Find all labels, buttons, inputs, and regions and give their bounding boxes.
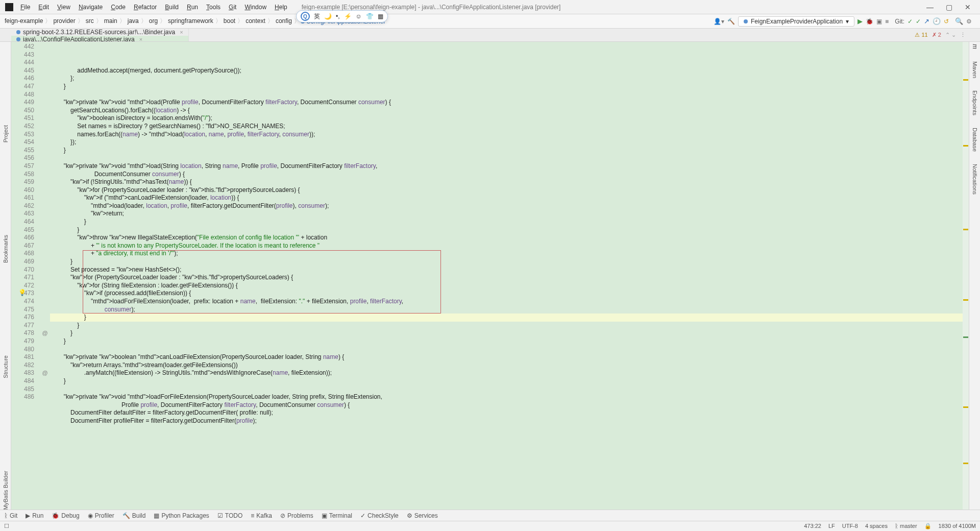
line-ending[interactable]: LF (828, 523, 835, 529)
menu-window[interactable]: Window (240, 4, 271, 11)
toolwindow-endpoints[interactable]: Endpoints (972, 90, 978, 115)
error-stripe[interactable] (963, 42, 969, 510)
git-update-icon[interactable]: ✓ (908, 18, 913, 25)
ime-dots-icon[interactable]: •, (336, 13, 340, 20)
settings-icon[interactable]: ⚙ (966, 18, 972, 25)
toolwindow-structure[interactable]: Structure (3, 351, 9, 378)
toolwindow-todo[interactable]: ☑ TODO (217, 512, 242, 519)
search-everywhere-icon[interactable]: 🔍 (955, 17, 963, 25)
breadcrumb-item[interactable]: main (103, 17, 119, 25)
toolwindow-project[interactable]: Project (3, 121, 9, 142)
ime-bolt-icon[interactable]: ⚡ (344, 13, 352, 20)
gutter-vcs: @@ (40, 42, 50, 510)
git-rollback-icon[interactable]: ↺ (944, 18, 949, 25)
toolwindow-profiler[interactable]: ◉ Profiler (88, 512, 114, 519)
updown-badge[interactable]: ✗ 2 (932, 32, 941, 38)
breadcrumb-item[interactable]: org (148, 17, 159, 25)
toolwindow-git[interactable]: ᚱ Git (4, 512, 17, 519)
toolwindow-build[interactable]: 🔨 Build (122, 512, 146, 519)
breadcrumb-separator: 〉 (267, 17, 274, 25)
status-bar: ☐ 473:22 LF UTF-8 4 spaces ᚱ master 🔒 18… (0, 521, 980, 531)
minimize-icon[interactable]: — (926, 3, 934, 11)
maximize-icon[interactable]: ▢ (946, 3, 952, 11)
tab-close-icon[interactable]: × (139, 36, 142, 42)
menu-tools[interactable]: Tools (202, 4, 225, 11)
menu-bar: FileEditViewNavigateCodeRefactorBuildRun… (0, 0, 980, 14)
git-push-icon[interactable]: ↗ (924, 17, 929, 25)
user-icon[interactable]: 👤▾ (714, 18, 724, 25)
toolwindow-kafka[interactable]: ≡ Kafka (251, 512, 272, 519)
menu-edit[interactable]: Edit (34, 4, 53, 11)
breadcrumb-item[interactable]: springframework (166, 17, 215, 25)
inspection-chevron-icon[interactable]: ⌃ ⌄ (945, 32, 956, 38)
toolwindow-debug[interactable]: 🐞 Debug (52, 512, 79, 519)
menu-refactor[interactable]: Refactor (130, 4, 161, 11)
toolwindow-notifications[interactable]: Notifications (972, 164, 978, 195)
git-history-icon[interactable]: 🕘 (933, 17, 941, 25)
stop-button[interactable]: ■ (885, 18, 889, 25)
git-branch[interactable]: ᚱ master (895, 523, 917, 529)
run-button[interactable]: ▶ (857, 17, 863, 25)
right-toolwindow-bar: mMavenEndpointsDatabaseNotifications (969, 42, 980, 510)
breadcrumb-item[interactable]: java (126, 17, 140, 25)
run-config-label: FeignExampleProviderApplication (751, 18, 843, 25)
window-title-path: feign-example [E:\personal\feign-example… (302, 4, 561, 11)
main-area: ProjectBookmarksStructureMyBatis Builder… (0, 42, 980, 510)
breadcrumb-item[interactable]: config (274, 17, 293, 25)
menu-navigate[interactable]: Navigate (75, 4, 107, 11)
indent[interactable]: 4 spaces (865, 523, 888, 529)
ime-toolbar[interactable]: Q 英 🌙 •, ⚡ ☺ 👕 ▦ (296, 10, 388, 22)
toolwindow-checkstyle[interactable]: ✓ CheckStyle (360, 512, 399, 519)
tab-close-icon[interactable]: × (180, 29, 183, 35)
menu-build[interactable]: Build (161, 4, 183, 11)
breadcrumb-item[interactable]: src (84, 17, 95, 25)
breadcrumb-separator: 〉 (119, 17, 126, 25)
code-area[interactable]: addMethod.accept(merged, document.getPro… (50, 42, 969, 510)
ime-grid-icon[interactable]: ▦ (378, 13, 383, 20)
menu-view[interactable]: View (53, 4, 75, 11)
breadcrumb-item[interactable]: context (244, 17, 267, 25)
close-icon[interactable]: ✕ (965, 3, 971, 11)
toolwindow-bookmarks[interactable]: Bookmarks (3, 231, 9, 263)
toolwindow-m[interactable]: m (971, 44, 979, 49)
menu-help[interactable]: Help (271, 4, 291, 11)
hammer-icon[interactable]: 🔨 (727, 18, 735, 25)
breadcrumb-separator: 〉 (140, 17, 148, 25)
breadcrumb-item[interactable]: feign-example (3, 17, 44, 25)
memory-indicator[interactable]: 1830 of 4100M (939, 523, 976, 529)
more-tabs-icon[interactable]: ⋮ (960, 32, 966, 38)
toolwindow-run[interactable]: ▶ Run (26, 512, 43, 519)
editor-tab[interactable]: java\...\ConfigFileApplicationListener.j… (11, 36, 189, 42)
ime-moon-icon[interactable]: 🌙 (324, 13, 332, 20)
toolwindow-database[interactable]: Database (972, 128, 978, 152)
run-config-selector[interactable]: FeignExampleProviderApplication ▾ (738, 16, 854, 27)
file-type-icon (16, 37, 20, 41)
toolwindow-mybatis-builder[interactable]: MyBatis Builder (3, 467, 9, 510)
toolwindow-python-packages[interactable]: ▦ Python Packages (154, 512, 209, 519)
menu-run[interactable]: Run (183, 4, 202, 11)
toolwindow-services[interactable]: ⚙ Services (407, 512, 438, 519)
app-logo-icon (5, 3, 13, 11)
lock-icon[interactable]: 🔒 (924, 523, 932, 529)
menu-code[interactable]: Code (107, 4, 130, 11)
debug-button[interactable]: 🐞 (866, 18, 873, 25)
git-commit-icon[interactable]: ✓ (916, 18, 921, 25)
toolwindow-terminal[interactable]: ▣ Terminal (322, 512, 352, 519)
editor-tab[interactable]: spring-boot-2.3.12.RELEASE-sources.jar!\… (11, 29, 189, 36)
ime-shirt-icon[interactable]: 👕 (366, 13, 374, 20)
breadcrumb-item[interactable]: provider (52, 17, 77, 25)
ime-smile-icon[interactable]: ☺ (356, 13, 362, 20)
warnings-badge[interactable]: ⚠ 11 (915, 32, 927, 38)
menu-file[interactable]: File (16, 4, 34, 11)
menu-git[interactable]: Git (225, 4, 240, 11)
coverage-button[interactable]: ▣ (876, 18, 882, 25)
git-label: Git: (895, 18, 904, 25)
toolwindow-problems[interactable]: ⊘ Problems (280, 512, 313, 519)
window-controls: — ▢ ✕ (926, 3, 978, 11)
toolwindow-maven[interactable]: Maven (972, 61, 978, 78)
breadcrumb-item[interactable]: boot (222, 17, 237, 25)
intention-bulb-icon[interactable]: 💡 (18, 289, 26, 297)
editor[interactable]: 4424434444454464474484494504514524534544… (11, 42, 969, 510)
encoding[interactable]: UTF-8 (842, 523, 858, 529)
caret-position[interactable]: 473:22 (804, 523, 821, 529)
